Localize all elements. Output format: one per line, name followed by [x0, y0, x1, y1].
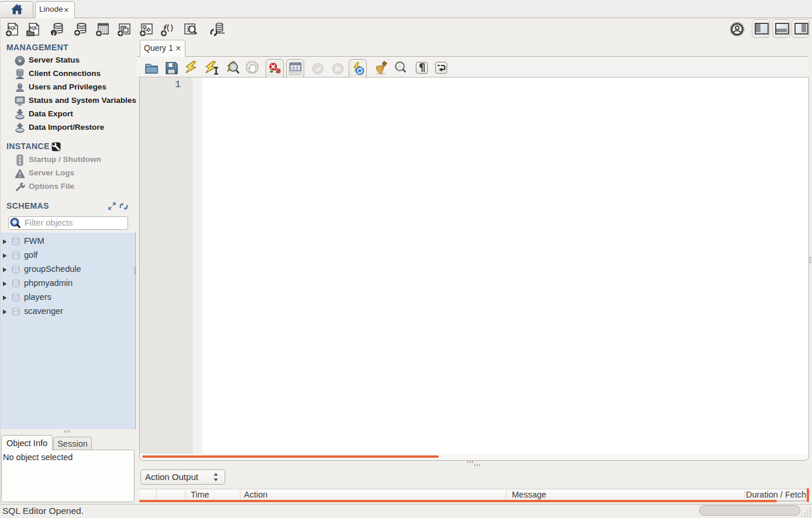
svg-text:A: A — [398, 63, 402, 70]
